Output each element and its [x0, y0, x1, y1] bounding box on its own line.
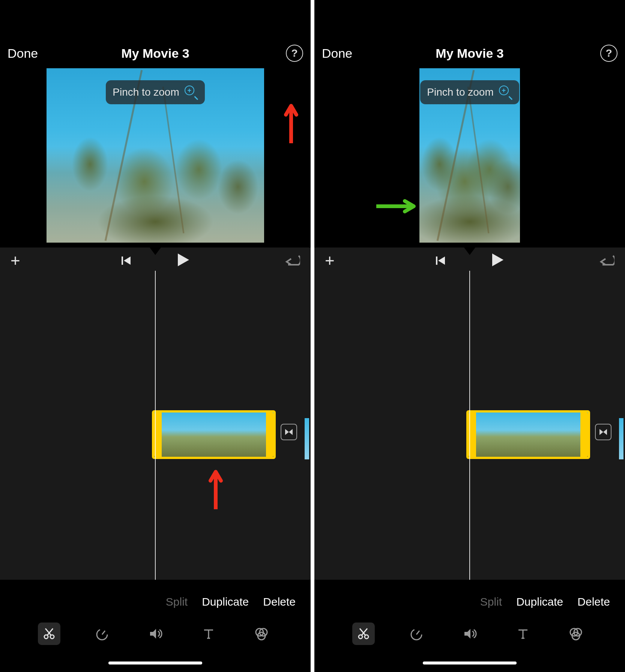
project-title: My Movie 3 [121, 46, 189, 61]
clip-trim-handle-right[interactable] [580, 412, 588, 457]
svg-point-9 [359, 635, 362, 639]
filters-tool[interactable] [565, 622, 587, 645]
right-screenshot: Done My Movie 3 ? Pinch to zoom + + [314, 0, 625, 672]
zoom-magnifier-icon: + [499, 86, 512, 99]
duplicate-action[interactable]: Duplicate [516, 596, 563, 608]
screenshot-divider [311, 0, 314, 672]
selected-clip[interactable] [152, 410, 276, 459]
filters-tool[interactable] [250, 622, 273, 645]
next-clip-edge[interactable] [305, 418, 309, 459]
svg-point-10 [365, 635, 368, 639]
clip-actions-row: Split Duplicate Delete [0, 596, 311, 608]
clip-thumbnails [154, 412, 273, 457]
svg-rect-0 [122, 256, 123, 265]
transition-button[interactable] [281, 424, 297, 440]
playhead-marker-icon [149, 246, 162, 255]
tooltip-label: Pinch to zoom [427, 86, 493, 98]
annotation-arrow-red-up [208, 468, 223, 509]
undo-button[interactable] [284, 254, 300, 267]
selected-clip[interactable] [466, 410, 590, 459]
preview-area[interactable]: Pinch to zoom + [314, 68, 625, 244]
speed-tool[interactable] [405, 622, 428, 645]
annotation-arrow-green-right [376, 199, 418, 214]
next-clip-edge[interactable] [619, 418, 623, 459]
add-media-button[interactable]: + [325, 251, 335, 270]
annotation-arrow-red-up [284, 102, 299, 143]
project-title: My Movie 3 [436, 46, 503, 61]
help-button[interactable]: ? [286, 45, 303, 62]
svg-line-12 [416, 631, 419, 634]
svg-point-1 [44, 635, 48, 639]
clip-actions-row: Split Duplicate Delete [314, 596, 625, 608]
titles-tool[interactable] [197, 622, 220, 645]
preview-area[interactable]: Pinch to zoom + [0, 68, 311, 244]
volume-tool[interactable] [144, 622, 167, 645]
done-button[interactable]: Done [322, 46, 352, 61]
home-indicator[interactable] [423, 662, 517, 664]
split-action[interactable]: Split [166, 596, 188, 608]
add-media-button[interactable]: + [11, 251, 20, 270]
timeline-area[interactable] [314, 271, 625, 580]
left-screenshot: Done My Movie 3 ? Pinch to zoom + + [0, 0, 311, 672]
clip-trim-handle-right[interactable] [266, 412, 273, 457]
timeline-area[interactable] [0, 271, 311, 580]
undo-button[interactable] [598, 254, 614, 267]
pinch-to-zoom-tooltip[interactable]: Pinch to zoom + [106, 80, 204, 104]
tooltip-label: Pinch to zoom [113, 86, 179, 98]
split-action[interactable]: Split [480, 596, 502, 608]
clip-thumbnails [469, 412, 588, 457]
volume-tool[interactable] [458, 622, 481, 645]
header-bar: Done My Movie 3 ? [314, 43, 625, 64]
play-button[interactable] [491, 253, 504, 268]
header-bar: Done My Movie 3 ? [0, 43, 311, 64]
go-to-start-button[interactable] [435, 255, 446, 266]
delete-action[interactable]: Delete [263, 596, 296, 608]
done-button[interactable]: Done [8, 46, 38, 61]
transition-button[interactable] [595, 424, 611, 440]
pinch-to-zoom-tooltip[interactable]: Pinch to zoom + [420, 80, 519, 104]
playhead-line[interactable] [155, 271, 156, 580]
trim-tool[interactable] [38, 622, 60, 645]
titles-tool[interactable] [512, 622, 534, 645]
duplicate-action[interactable]: Duplicate [202, 596, 249, 608]
playhead-marker-icon [463, 246, 476, 255]
play-button[interactable] [177, 253, 190, 268]
home-indicator[interactable] [108, 662, 202, 664]
edit-toolbar [0, 618, 311, 650]
delete-action[interactable]: Delete [577, 596, 610, 608]
go-to-start-button[interactable] [121, 255, 132, 266]
help-button[interactable]: ? [600, 45, 617, 62]
svg-rect-8 [436, 256, 437, 265]
speed-tool[interactable] [91, 622, 113, 645]
zoom-magnifier-icon: + [185, 86, 198, 99]
playhead-line[interactable] [469, 271, 470, 580]
svg-line-4 [102, 631, 105, 634]
svg-point-2 [50, 635, 54, 639]
trim-tool[interactable] [352, 622, 375, 645]
edit-toolbar [314, 618, 625, 650]
